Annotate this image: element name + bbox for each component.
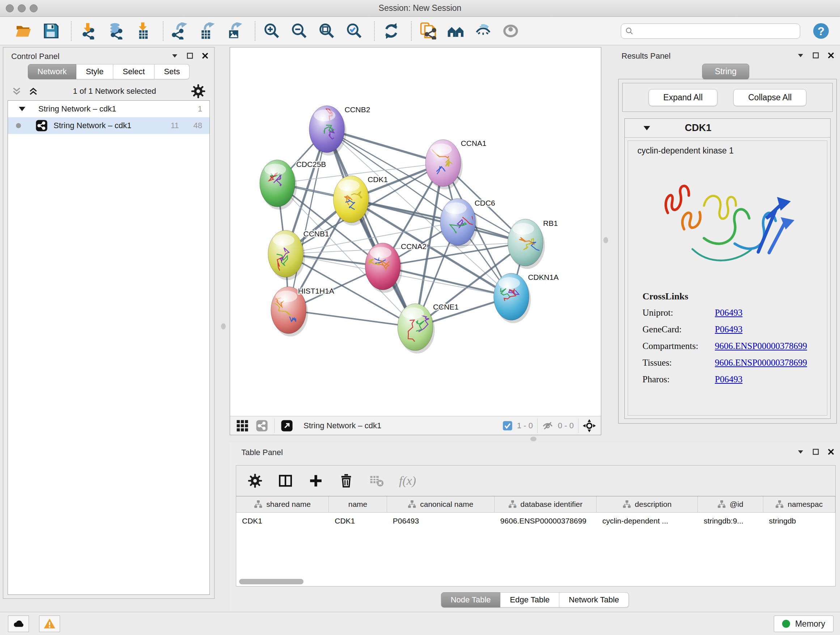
panel-menu-icon[interactable] <box>797 448 805 456</box>
zoom-selected-icon[interactable] <box>344 20 365 42</box>
export-network-icon[interactable] <box>169 20 190 42</box>
column-header-namespac[interactable]: namespac <box>763 496 835 512</box>
import-network-file-icon[interactable] <box>77 20 98 42</box>
network-view: CCNB2CCNA1CDC25BCDK1CDC6RB1CCNB1CCNA2CDK… <box>230 47 601 435</box>
network-list-share-icon[interactable] <box>255 418 269 433</box>
network-tree: String Network – cdk1 1 String Network –… <box>8 100 210 595</box>
crosslink-link[interactable]: P06493 <box>715 374 742 385</box>
function-builder-icon[interactable]: f(x) <box>399 474 416 488</box>
node-label-CCNE1: CCNE1 <box>433 302 459 311</box>
zoom-out-icon[interactable] <box>289 20 309 42</box>
tab-sets[interactable]: Sets <box>155 64 189 79</box>
collection-expander-icon[interactable] <box>19 107 25 111</box>
column-label: namespac <box>788 500 823 509</box>
collapse-all-button[interactable]: Collapse All <box>733 89 806 106</box>
zoom-fit-content-icon[interactable] <box>316 20 337 42</box>
fit-selected-crosshair-icon[interactable] <box>583 419 596 432</box>
panel-menu-icon[interactable] <box>797 51 805 59</box>
crosslink-link[interactable]: 9606.ENSP00000378699 <box>715 341 807 351</box>
panel-menu-icon[interactable] <box>171 52 179 60</box>
minimize-window-button[interactable] <box>18 4 26 12</box>
zoom-window-button[interactable] <box>30 4 38 12</box>
panel-close-icon[interactable] <box>827 51 835 59</box>
collapse-all-icon[interactable] <box>11 86 22 97</box>
save-session-icon[interactable] <box>41 20 62 42</box>
panel-float-icon[interactable] <box>812 448 820 456</box>
tab-network[interactable]: Network <box>28 64 77 79</box>
import-network-database-icon[interactable] <box>105 20 126 42</box>
left-splitter-handle[interactable] <box>221 323 226 329</box>
network-collection-row[interactable]: String Network – cdk1 1 <box>8 101 210 117</box>
tab-style[interactable]: Style <box>76 64 113 79</box>
delete-column-icon[interactable] <box>338 473 354 489</box>
tab-node-table[interactable]: Node Table <box>441 592 501 608</box>
string-home-icon[interactable] <box>445 20 466 42</box>
panel-float-icon[interactable] <box>812 51 820 59</box>
hide-panel-eye-icon[interactable] <box>472 20 493 42</box>
crosslink-row: Tissues:9606.ENSP00000378699 <box>643 358 827 368</box>
node-label-CDC25B: CDC25B <box>296 160 326 168</box>
panel-float-icon[interactable] <box>186 52 194 60</box>
network-edge-CCNB2-HIST1H1A[interactable] <box>289 129 327 310</box>
expand-all-button[interactable]: Expand All <box>649 89 718 106</box>
tab-string[interactable]: String <box>702 64 749 79</box>
hidden-items-eye-icon[interactable] <box>542 420 554 432</box>
column-hierarchy-icon <box>408 500 416 509</box>
selected-nodes-checkbox-icon[interactable] <box>502 421 513 431</box>
warning-status-button[interactable] <box>39 616 60 632</box>
show-columns-icon[interactable] <box>278 473 294 489</box>
show-panel-eye-icon[interactable] <box>500 20 521 42</box>
crosslink-label: Uniprot: <box>643 308 715 318</box>
help-button[interactable]: ? <box>812 22 830 40</box>
clone-network-icon[interactable] <box>417 20 439 42</box>
close-window-button[interactable] <box>6 4 14 12</box>
network-edge-CDK1-RB1[interactable] <box>351 199 525 242</box>
column-header-name[interactable]: name <box>329 496 387 512</box>
export-table-icon[interactable] <box>197 20 218 42</box>
crosslink-link[interactable]: P06493 <box>715 325 742 334</box>
network-edge-CCNB2-CCNE1[interactable] <box>327 129 415 327</box>
column-settings-icon[interactable] <box>247 473 263 489</box>
table-horizontal-scrollbar[interactable] <box>239 579 303 584</box>
refresh-icon[interactable] <box>381 20 401 42</box>
export-image-icon[interactable] <box>224 20 245 42</box>
tab-select[interactable]: Select <box>113 64 155 79</box>
crosslink-link[interactable]: P06493 <box>715 308 742 318</box>
column-header-canonical-name[interactable]: canonical name <box>387 496 494 512</box>
column-header-description[interactable]: description <box>597 496 698 512</box>
add-column-icon[interactable] <box>308 473 324 489</box>
panel-close-icon[interactable] <box>201 52 209 60</box>
birds-eye-view-icon[interactable] <box>279 418 294 433</box>
network-canvas[interactable]: CCNB2CCNA1CDC25BCDK1CDC6RB1CCNB1CCNA2CDK… <box>230 48 601 416</box>
grid-view-icon[interactable] <box>235 418 249 433</box>
column-header-database-identifier[interactable]: database identifier <box>494 496 597 512</box>
column-header-shared-name[interactable]: shared name <box>236 496 329 512</box>
node-gloss <box>499 277 520 289</box>
column-header-@id[interactable]: @id <box>698 496 763 512</box>
node-gloss <box>264 164 286 175</box>
tab-network-table[interactable]: Network Table <box>559 592 629 608</box>
network-row[interactable]: String Network – cdk1 11 48 <box>8 117 210 134</box>
node-entry-header[interactable]: CDK1 <box>625 119 830 138</box>
memory-button[interactable]: Memory <box>774 616 834 632</box>
node-label-CCNB2: CCNB2 <box>344 105 370 114</box>
zoom-in-icon[interactable] <box>261 20 282 42</box>
results-panel: Results Panel String Expand All Collapse… <box>611 47 840 443</box>
bottom-splitter-handle[interactable] <box>531 437 537 441</box>
right-splitter-handle[interactable] <box>603 237 608 243</box>
import-table-file-icon[interactable] <box>133 20 153 42</box>
panel-close-icon[interactable] <box>827 448 835 456</box>
expand-all-icon[interactable] <box>28 86 39 97</box>
search-input[interactable] <box>634 25 800 38</box>
entry-expander-icon[interactable] <box>644 126 650 130</box>
memory-label: Memory <box>795 619 825 629</box>
crosslink-link[interactable]: 9606.ENSP00000378699 <box>715 358 807 368</box>
table-row[interactable]: CDK1CDK1P064939606.ENSP00000378699cyclin… <box>236 513 835 529</box>
network-options-gear-icon[interactable] <box>190 83 206 99</box>
delete-table-icon[interactable] <box>369 473 385 489</box>
tab-edge-table[interactable]: Edge Table <box>501 592 560 608</box>
open-session-icon[interactable] <box>13 20 34 42</box>
toolbar-separator <box>411 21 412 41</box>
cloud-status-button[interactable] <box>8 616 29 632</box>
crosslinks-section: CrossLinks Uniprot:P06493GeneCard:P06493… <box>643 291 827 385</box>
